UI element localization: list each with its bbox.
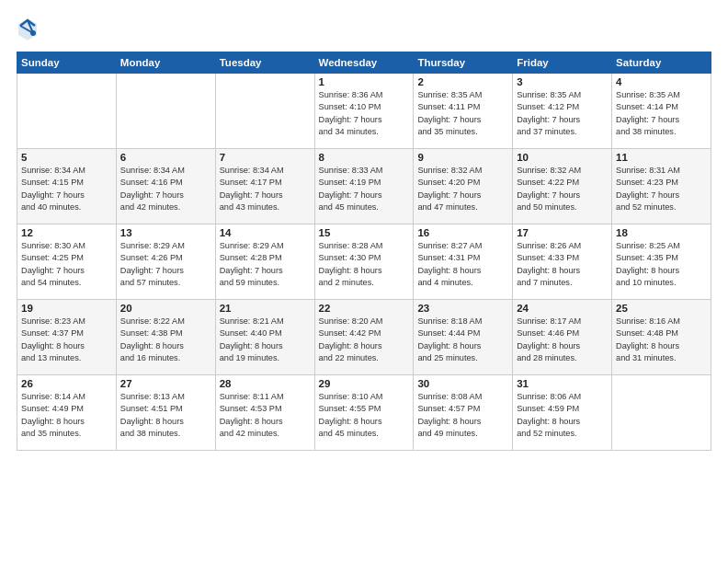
week-row-4: 26Sunrise: 8:14 AM Sunset: 4:49 PM Dayli… [17,375,711,451]
calendar-cell: 19Sunrise: 8:23 AM Sunset: 4:37 PM Dayli… [17,300,117,375]
calendar-cell: 12Sunrise: 8:30 AM Sunset: 4:25 PM Dayli… [17,224,117,300]
calendar-cell: 25Sunrise: 8:16 AM Sunset: 4:48 PM Dayli… [612,300,711,375]
day-number: 25 [616,303,707,314]
logo-icon [17,17,39,42]
weekday-wednesday: Wednesday [314,52,414,74]
calendar-cell: 9Sunrise: 8:32 AM Sunset: 4:20 PM Daylig… [414,149,513,224]
day-number: 20 [120,303,211,314]
day-number: 27 [120,378,211,389]
calendar-cell: 23Sunrise: 8:18 AM Sunset: 4:44 PM Dayli… [414,300,513,375]
day-info: Sunrise: 8:29 AM Sunset: 4:26 PM Dayligh… [120,240,211,289]
calendar-cell: 20Sunrise: 8:22 AM Sunset: 4:38 PM Dayli… [116,300,215,375]
day-info: Sunrise: 8:17 AM Sunset: 4:46 PM Dayligh… [517,316,608,364]
day-number: 17 [517,227,608,238]
day-info: Sunrise: 8:32 AM Sunset: 4:22 PM Dayligh… [517,165,608,213]
day-info: Sunrise: 8:14 AM Sunset: 4:49 PM Dayligh… [21,391,112,440]
calendar-cell: 18Sunrise: 8:25 AM Sunset: 4:35 PM Dayli… [612,224,711,300]
day-info: Sunrise: 8:36 AM Sunset: 4:10 PM Dayligh… [319,89,410,138]
calendar-cell: 2Sunrise: 8:35 AM Sunset: 4:11 PM Daylig… [414,74,513,149]
day-info: Sunrise: 8:35 AM Sunset: 4:12 PM Dayligh… [517,89,608,138]
day-info: Sunrise: 8:29 AM Sunset: 4:28 PM Dayligh… [220,240,311,289]
calendar-cell: 16Sunrise: 8:27 AM Sunset: 4:31 PM Dayli… [414,224,513,300]
weekday-tuesday: Tuesday [215,52,314,74]
day-number: 28 [220,378,311,389]
weekday-thursday: Thursday [414,52,513,74]
day-info: Sunrise: 8:32 AM Sunset: 4:20 PM Dayligh… [417,165,508,213]
calendar-cell: 28Sunrise: 8:11 AM Sunset: 4:53 PM Dayli… [215,375,314,451]
calendar-cell: 3Sunrise: 8:35 AM Sunset: 4:12 PM Daylig… [513,74,612,149]
day-info: Sunrise: 8:34 AM Sunset: 4:17 PM Dayligh… [220,165,311,213]
calendar-cell: 24Sunrise: 8:17 AM Sunset: 4:46 PM Dayli… [513,300,612,375]
day-info: Sunrise: 8:35 AM Sunset: 4:14 PM Dayligh… [616,89,707,138]
weekday-header-row: SundayMondayTuesdayWednesdayThursdayFrid… [17,52,711,74]
day-number: 21 [220,303,311,314]
day-info: Sunrise: 8:11 AM Sunset: 4:53 PM Dayligh… [220,391,311,440]
calendar-cell: 10Sunrise: 8:32 AM Sunset: 4:22 PM Dayli… [513,149,612,224]
day-number: 26 [21,378,112,389]
day-info: Sunrise: 8:08 AM Sunset: 4:57 PM Dayligh… [417,391,508,440]
calendar-cell: 27Sunrise: 8:13 AM Sunset: 4:51 PM Dayli… [116,375,215,451]
day-info: Sunrise: 8:23 AM Sunset: 4:37 PM Dayligh… [21,316,112,364]
calendar-cell: 5Sunrise: 8:34 AM Sunset: 4:15 PM Daylig… [17,149,117,224]
week-row-2: 12Sunrise: 8:30 AM Sunset: 4:25 PM Dayli… [17,224,711,300]
day-number: 1 [319,76,410,87]
day-info: Sunrise: 8:26 AM Sunset: 4:33 PM Dayligh… [517,240,608,289]
calendar-cell: 21Sunrise: 8:21 AM Sunset: 4:40 PM Dayli… [215,300,314,375]
day-info: Sunrise: 8:27 AM Sunset: 4:31 PM Dayligh… [417,240,508,289]
calendar-cell: 4Sunrise: 8:35 AM Sunset: 4:14 PM Daylig… [612,74,711,149]
week-row-0: 1Sunrise: 8:36 AM Sunset: 4:10 PM Daylig… [17,74,711,149]
page: SundayMondayTuesdayWednesdayThursdayFrid… [0,0,728,563]
day-info: Sunrise: 8:35 AM Sunset: 4:11 PM Dayligh… [417,89,508,138]
calendar-cell: 30Sunrise: 8:08 AM Sunset: 4:57 PM Dayli… [414,375,513,451]
calendar-cell: 14Sunrise: 8:29 AM Sunset: 4:28 PM Dayli… [215,224,314,300]
day-number: 18 [616,227,707,238]
day-number: 9 [417,152,508,163]
day-number: 24 [517,303,608,314]
day-info: Sunrise: 8:30 AM Sunset: 4:25 PM Dayligh… [21,240,112,289]
day-number: 30 [417,378,508,389]
header [17,17,711,42]
calendar-cell [116,74,215,149]
day-number: 16 [417,227,508,238]
calendar-cell [612,375,711,451]
week-row-1: 5Sunrise: 8:34 AM Sunset: 4:15 PM Daylig… [17,149,711,224]
day-number: 22 [319,303,410,314]
calendar-cell: 7Sunrise: 8:34 AM Sunset: 4:17 PM Daylig… [215,149,314,224]
calendar-cell: 22Sunrise: 8:20 AM Sunset: 4:42 PM Dayli… [314,300,414,375]
day-info: Sunrise: 8:34 AM Sunset: 4:15 PM Dayligh… [21,165,112,213]
day-info: Sunrise: 8:10 AM Sunset: 4:55 PM Dayligh… [319,391,410,440]
calendar-cell: 1Sunrise: 8:36 AM Sunset: 4:10 PM Daylig… [314,74,414,149]
day-number: 14 [220,227,311,238]
day-number: 8 [319,152,410,163]
calendar-cell: 15Sunrise: 8:28 AM Sunset: 4:30 PM Dayli… [314,224,414,300]
day-number: 13 [120,227,211,238]
calendar: SundayMondayTuesdayWednesdayThursdayFrid… [17,52,711,451]
day-info: Sunrise: 8:28 AM Sunset: 4:30 PM Dayligh… [319,240,410,289]
day-info: Sunrise: 8:16 AM Sunset: 4:48 PM Dayligh… [616,316,707,364]
day-info: Sunrise: 8:13 AM Sunset: 4:51 PM Dayligh… [120,391,211,440]
day-info: Sunrise: 8:33 AM Sunset: 4:19 PM Dayligh… [319,165,410,213]
calendar-cell: 8Sunrise: 8:33 AM Sunset: 4:19 PM Daylig… [314,149,414,224]
calendar-cell: 26Sunrise: 8:14 AM Sunset: 4:49 PM Dayli… [17,375,117,451]
calendar-cell [17,74,117,149]
svg-point-0 [30,30,36,36]
day-number: 5 [21,152,112,163]
day-number: 15 [319,227,410,238]
day-number: 6 [120,152,211,163]
day-info: Sunrise: 8:06 AM Sunset: 4:59 PM Dayligh… [517,391,608,440]
day-info: Sunrise: 8:34 AM Sunset: 4:16 PM Dayligh… [120,165,211,213]
day-number: 29 [319,378,410,389]
logo [17,17,42,42]
day-number: 23 [417,303,508,314]
calendar-cell: 11Sunrise: 8:31 AM Sunset: 4:23 PM Dayli… [612,149,711,224]
calendar-cell: 17Sunrise: 8:26 AM Sunset: 4:33 PM Dayli… [513,224,612,300]
calendar-cell: 31Sunrise: 8:06 AM Sunset: 4:59 PM Dayli… [513,375,612,451]
day-number: 31 [517,378,608,389]
day-info: Sunrise: 8:20 AM Sunset: 4:42 PM Dayligh… [319,316,410,364]
day-info: Sunrise: 8:25 AM Sunset: 4:35 PM Dayligh… [616,240,707,289]
week-row-3: 19Sunrise: 8:23 AM Sunset: 4:37 PM Dayli… [17,300,711,375]
day-info: Sunrise: 8:22 AM Sunset: 4:38 PM Dayligh… [120,316,211,364]
day-number: 19 [21,303,112,314]
day-number: 2 [417,76,508,87]
weekday-saturday: Saturday [612,52,711,74]
